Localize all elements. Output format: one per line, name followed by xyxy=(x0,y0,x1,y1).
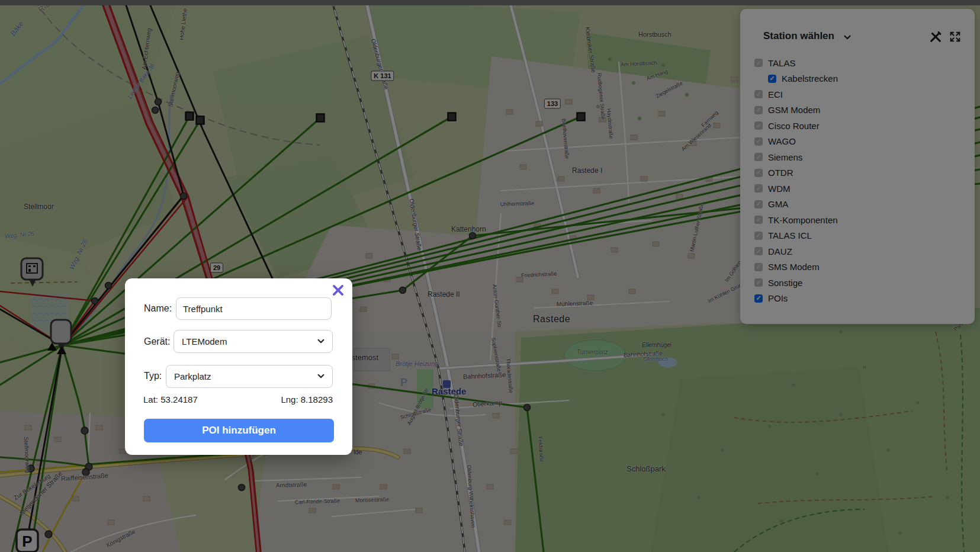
add-poi-dialog: Name: Gerät: LTEModem Typ: Parkplatz xyxy=(125,278,352,455)
geraet-label: Gerät: xyxy=(144,336,170,347)
coordinates-row: Lat: 53.24187 Lng: 8.18293 xyxy=(143,394,333,405)
typ-select[interactable]: Parkplatz xyxy=(166,365,333,388)
typ-select-wrap: Parkplatz xyxy=(166,365,333,388)
geraet-select-wrap: LTEModem xyxy=(173,330,333,353)
name-input[interactable] xyxy=(176,297,332,320)
add-poi-button[interactable]: POI hinzufügen xyxy=(144,419,334,442)
geraet-select[interactable]: LTEModem xyxy=(173,330,333,353)
app-root: P P RastedeBäkeHohe LietheAm EchternwegS… xyxy=(0,0,980,552)
modal-backdrop[interactable] xyxy=(0,0,980,552)
lng-value: Lng: 8.18293 xyxy=(281,394,333,405)
close-icon[interactable] xyxy=(331,283,345,297)
name-label: Name: xyxy=(144,303,172,314)
lat-value: Lat: 53.24187 xyxy=(143,394,198,405)
typ-label: Typ: xyxy=(144,371,162,381)
top-edge-strip xyxy=(0,0,980,5)
